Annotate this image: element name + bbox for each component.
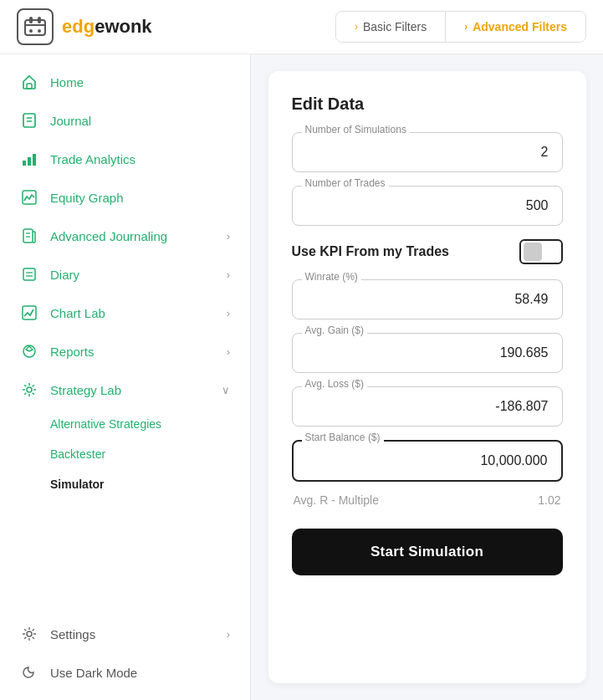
sidebar-item-equity-graph[interactable]: Equity Graph [0,178,250,217]
avg-loss-field: Avg. Loss ($) [292,386,563,427]
svg-rect-2 [29,17,33,23]
sidebar-item-label: Strategy Lab [50,383,210,397]
sidebar-item-journal[interactable]: Journal [0,101,250,140]
sidebar-item-label: Equity Graph [50,191,230,205]
winrate-input[interactable] [292,279,563,319]
svg-point-22 [27,387,32,392]
edit-data-card: Edit Data Number of Simulations Number o… [268,71,586,683]
avg-gain-field: Avg. Gain ($) [292,333,563,373]
sidebar-item-label: Chart Lab [50,306,215,320]
sidebar-subitem-alternative-strategies[interactable]: Alternative Strategies [0,409,250,439]
start-balance-field: Start Balance ($) [292,440,563,482]
svg-point-23 [27,631,32,636]
sidebar-item-advanced-journaling[interactable]: Advanced Journaling › [0,217,250,255]
equity-graph-icon [20,189,38,206]
svg-rect-10 [23,161,26,166]
sidebar-item-label: Reports [50,345,215,359]
advanced-journaling-icon [20,227,38,244]
diary-icon [20,266,38,283]
num-trades-input[interactable] [292,186,563,226]
sidebar-item-trade-analytics[interactable]: Trade Analytics [0,140,250,178]
home-icon [20,74,38,90]
avg-r-value: 1.02 [538,493,560,507]
num-simulations-field: Number of Simulations [292,132,563,172]
sidebar-item-dark-mode[interactable]: Use Dark Mode [0,653,250,692]
toggle-knob [524,243,542,261]
num-trades-label: Number of Trades [302,177,389,189]
subitem-label: Simulator [50,478,105,491]
sidebar-item-chart-lab[interactable]: Chart Lab › [0,294,250,332]
start-simulation-label: Start Simulation [370,544,483,559]
sidebar: Home Journal Trade Analytics Equity Grap… [0,54,251,700]
sidebar-item-label: Use Dark Mode [50,666,230,680]
sidebar-item-label: Trade Analytics [50,152,230,166]
svg-rect-0 [25,20,45,35]
start-balance-label: Start Balance ($) [302,432,384,443]
chevron-right-icon: › [227,307,230,319]
sidebar-item-settings[interactable]: Settings › [0,615,250,653]
logo-icon [17,8,54,45]
svg-rect-14 [23,229,33,243]
avg-loss-input[interactable] [292,386,563,427]
winrate-field: Winrate (%) [292,279,563,319]
svg-point-4 [29,29,33,33]
sidebar-item-reports[interactable]: Reports › [0,332,250,370]
chevron-down-icon: ∨ [222,384,230,396]
start-balance-input[interactable] [292,440,563,482]
reports-icon [20,343,38,360]
trade-analytics-icon [20,151,38,167]
sidebar-subitem-simulator[interactable]: Simulator [0,469,250,499]
svg-point-5 [38,29,41,33]
num-trades-field: Number of Trades [292,186,563,226]
logo-text: edgewonk [62,16,152,38]
chevron-right-icon: › [227,268,230,281]
sidebar-item-strategy-lab[interactable]: Strategy Lab ∨ [0,370,250,409]
svg-rect-3 [38,17,41,23]
chevron-right-icon: › [227,345,230,358]
strategy-lab-icon [20,381,38,398]
num-simulations-label: Number of Simulations [302,124,410,135]
basic-filters-tab[interactable]: › Basic Filters [336,12,446,42]
journal-icon [20,112,38,129]
logo-text-span: ed [62,16,84,37]
sidebar-item-label: Home [50,75,230,89]
sidebar-subitem-backtester[interactable]: Backtester [0,439,250,469]
kpi-toggle[interactable] [519,239,563,264]
chevron-icon: › [355,21,358,33]
sidebar-item-label: Advanced Journaling [50,229,215,243]
advanced-filters-label: Advanced Filters [473,20,567,33]
sidebar-item-label: Journal [50,114,230,128]
logo: edgewonk [17,8,152,45]
subitem-label: Alternative Strategies [50,417,161,431]
main-layout: Home Journal Trade Analytics Equity Grap… [0,54,603,700]
card-title: Edit Data [292,95,563,114]
chevron-right-icon: › [227,230,230,243]
svg-rect-7 [23,114,35,127]
kpi-row: Use KPI From my Trades [292,239,563,264]
avg-r-row: Avg. R - Multiple 1.02 [292,488,563,512]
filter-tabs: › Basic Filters › Advanced Filters [335,11,586,43]
winrate-label: Winrate (%) [302,271,361,283]
basic-filters-label: Basic Filters [363,20,427,33]
svg-rect-20 [23,306,36,319]
avg-gain-input[interactable] [292,333,563,373]
header: edgewonk › Basic Filters › Advanced Filt… [0,0,603,54]
sidebar-item-diary[interactable]: Diary › [0,255,250,294]
chevron-right-icon: › [227,628,230,641]
avg-loss-label: Avg. Loss ($) [302,378,367,390]
num-simulations-input[interactable] [292,132,563,172]
advanced-filters-tab[interactable]: › Advanced Filters [446,12,585,42]
start-simulation-button[interactable]: Start Simulation [292,529,563,575]
avg-r-label: Avg. R - Multiple [294,493,379,507]
content-area: Edit Data Number of Simulations Number o… [251,54,603,700]
svg-rect-17 [23,268,35,280]
chevron-icon: › [464,21,468,33]
svg-rect-11 [28,157,31,166]
dark-mode-icon [20,664,38,681]
avg-gain-label: Avg. Gain ($) [302,324,367,336]
sidebar-item-label: Diary [50,268,215,282]
chart-lab-icon [20,304,38,321]
sidebar-item-home[interactable]: Home [0,63,250,101]
svg-rect-12 [33,154,36,166]
settings-icon [20,626,38,642]
